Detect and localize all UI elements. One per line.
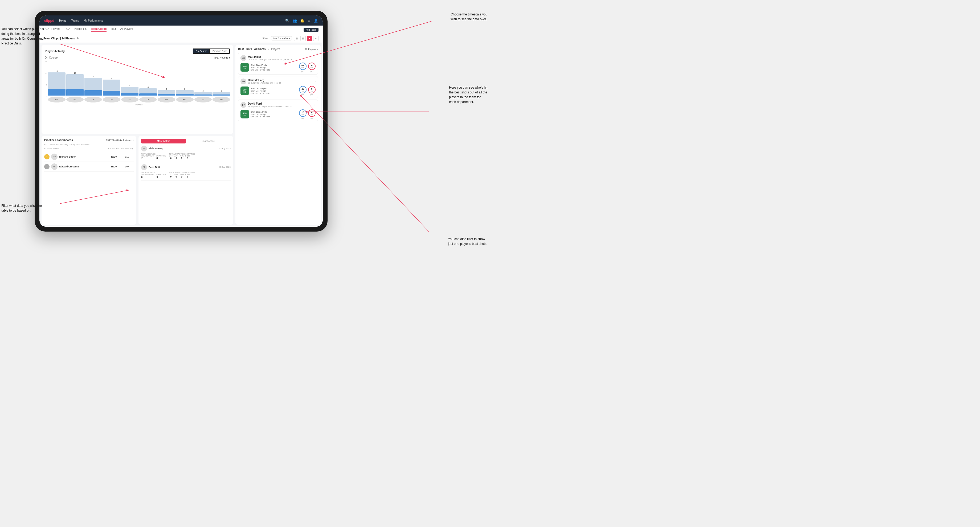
arg-stat: ARG 0 (180, 173, 184, 178)
player-row-avatar: RB (51, 154, 57, 160)
total-practice-group: Total Practice Activities GTT 0 APP 0 AR… (169, 153, 196, 160)
nav-my-performance[interactable]: My Performance (84, 19, 103, 22)
nav-home[interactable]: Home (59, 19, 66, 22)
practice-val: 6 (156, 157, 165, 160)
shot-player-detail: 09 Jun 2023 · Royal North Devon GC, Hole… (248, 58, 292, 61)
shot-avatar: MM (240, 55, 247, 61)
stat-val-2: 0 (311, 64, 312, 67)
bar[interactable] (176, 90, 194, 95)
shot-stat-2: 0 yds yds (308, 86, 316, 95)
shot-start-lie: Start Lie: Rough (251, 113, 298, 116)
practice-dropdown[interactable]: PUTT Must Make Putting ... ▾ (106, 139, 134, 141)
active-date: 02 Sep 2023 (219, 166, 231, 168)
bar[interactable] (194, 92, 212, 95)
on-course-toggle[interactable]: On Course (193, 48, 210, 54)
timescale-select[interactable]: Last 3 months ▾ (271, 36, 292, 40)
bar-value: 3 (184, 88, 185, 90)
player-row-avatar: EC (51, 163, 57, 170)
shot-end-lie: End Lie: In The Hole (251, 69, 298, 71)
avatars-row: BMRBDFJCEEDBRBMMECLR (48, 97, 230, 103)
tab-tour[interactable]: Tour (111, 27, 116, 32)
shot-start-lie: Start Lie: Rough (251, 90, 298, 92)
bar[interactable] (121, 87, 139, 95)
bar[interactable] (66, 74, 84, 95)
arg-label: ARG (180, 173, 184, 175)
y-label-10: 10 (45, 72, 47, 74)
tab-all-players[interactable]: All Players (120, 27, 133, 32)
search-icon[interactable]: 🔍 (285, 19, 290, 22)
shot-details: 200 SG Shot Dist: 67 yds Start Lie: Roug… (240, 62, 316, 72)
tab-pga[interactable]: PGA (64, 27, 70, 32)
annotation-5: You can also filter to showjust one play… (448, 237, 487, 246)
tab-team-clippd[interactable]: Team Clippd (91, 27, 107, 32)
team-controls: Show: Last 3 months ▾ ⊞ ⊟ ♥ ≡ (262, 36, 318, 41)
bar-value: 2 (221, 90, 222, 92)
stat-circle-1: 43 yds (299, 86, 307, 94)
avatar-icon[interactable]: 👤 (314, 19, 318, 22)
grid-view-icon[interactable]: ⊞ (294, 36, 299, 41)
add-icon[interactable]: ⊕ (307, 19, 310, 22)
shot-card[interactable]: MM Matt Miller 09 Jun 2023 · Royal North… (238, 53, 318, 75)
bell-icon[interactable]: 🔔 (300, 19, 304, 22)
shot-card[interactable]: DF David Ford 24 Aug 2023 · Royal North … (238, 100, 318, 121)
practice-drills-toggle[interactable]: Practice Drills (210, 48, 230, 54)
active-tabs: Most Active Least Active (141, 139, 231, 143)
least-active-tab[interactable]: Least Active (186, 139, 231, 143)
grid2-view-icon[interactable]: ⊟ (301, 36, 306, 41)
bar[interactable] (158, 90, 175, 95)
active-stats: Total Rounds Tournament 7 Practice 6 Tot… (141, 153, 231, 160)
active-stats: Total Rounds Tournament 8 Practice 4 Tot… (141, 171, 231, 178)
users-icon[interactable]: 👥 (293, 19, 297, 22)
practice-group: Practice 6 (156, 155, 165, 160)
all-shots-tab[interactable]: All Shots (254, 48, 266, 51)
shot-card[interactable]: BM Blair McHarg 23 Jul 2023 · Ashridge G… (238, 76, 318, 98)
shot-details: 200 SG Shot Dist: 43 yds Start Lie: Roug… (240, 86, 316, 95)
arg-val: 0 (181, 157, 182, 159)
practice-group: Practice 4 (156, 173, 165, 178)
player-rank: 2 (44, 164, 49, 169)
bar[interactable] (139, 88, 157, 95)
gtt-label: GTT (169, 173, 173, 175)
annotation-1: You can select which player isdoing the … (2, 27, 44, 46)
active-name: Rees Britt (149, 166, 160, 168)
tournament-label: Tournament (141, 173, 154, 175)
stat-circle-2: 0 yds (308, 62, 316, 70)
shot-player-detail: 23 Jul 2023 · Ashridge GC, Hole 15 (248, 82, 281, 84)
bar[interactable] (213, 92, 230, 95)
bar-group: 4 (139, 86, 157, 95)
player-avatar: JC (103, 97, 120, 103)
most-active-tab[interactable]: Most Active (141, 139, 186, 143)
practice-player-row[interactable]: 2 EC Edward Crossman 18/20 107 (44, 162, 134, 171)
stat-unit-2: yds (310, 114, 313, 115)
bar-group: 9 (103, 78, 120, 95)
putt-label: PUTT (185, 173, 190, 175)
stat-circle-1: 16 yds (299, 110, 307, 117)
bar-chart: 15 10 5 0 1312109543322 BMRBDFJCEEDBRBMM… (45, 61, 230, 106)
heart-view-icon[interactable]: ♥ (307, 36, 312, 41)
player-avatar: EC (194, 97, 212, 103)
putt-stat: PUTT 1 (185, 155, 190, 159)
player-avatar: DF (84, 97, 102, 103)
total-rounds-group: Total Rounds Tournament 8 Practice 4 (141, 171, 166, 178)
add-team-button[interactable]: Add Team (304, 28, 318, 32)
list-view-icon[interactable]: ≡ (313, 36, 318, 41)
nav-teams[interactable]: Teams (71, 19, 79, 22)
practice-player-row[interactable]: 1 RB Richard Butler 19/20 110 (44, 152, 134, 162)
tab-pgat-players[interactable]: PGAT Players (44, 27, 60, 32)
all-players-dropdown[interactable]: All Players ▾ (305, 48, 318, 51)
bar[interactable] (84, 78, 102, 95)
bar-value: 12 (74, 72, 76, 74)
tab-hcaps[interactable]: Hcaps 1-5 (75, 27, 87, 32)
practice-header: Practice Leaderboards PUTT Must Make Put… (44, 139, 134, 141)
chart-dropdown[interactable]: Total Rounds ▾ (214, 56, 230, 59)
shots-header: Best Shots All Shots ▾ Players All Playe… (238, 48, 318, 51)
bar[interactable] (103, 79, 120, 95)
putt-label: PUTT (185, 155, 190, 157)
shot-player-info: DF David Ford 24 Aug 2023 · Royal North … (240, 102, 292, 108)
practice-rows: 1 RB Richard Butler 19/20 110 2 EC Edwar… (44, 152, 134, 171)
players-tab[interactable]: Players (271, 48, 280, 51)
logo: clippd (44, 19, 54, 22)
tablet-frame: clippd Home Teams My Performance 🔍 👥 🔔 ⊕… (35, 11, 328, 232)
edit-icon[interactable]: ✎ (76, 37, 79, 40)
bar[interactable] (48, 72, 65, 95)
